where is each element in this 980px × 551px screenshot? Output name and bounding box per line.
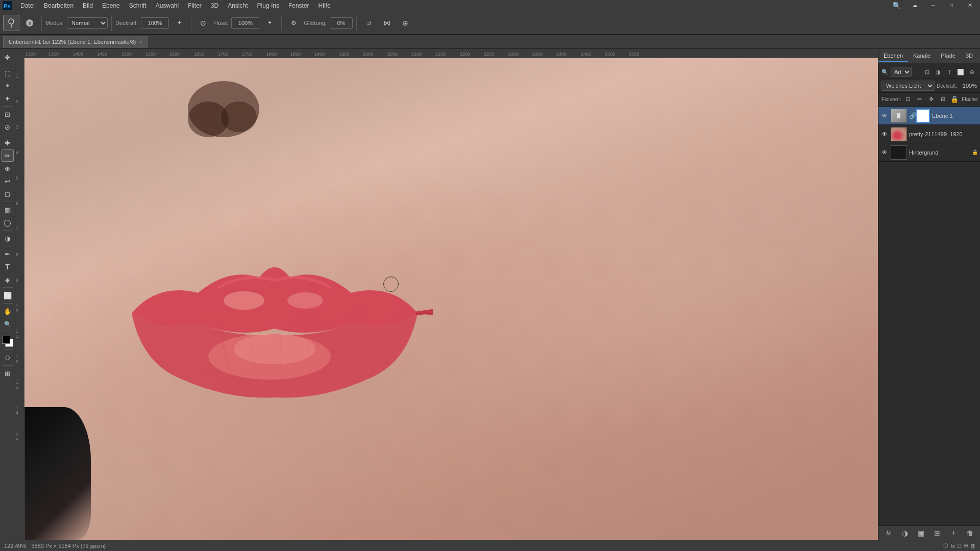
lock-artboard-btn[interactable]: ⊞ [938,94,948,104]
shape-tool[interactable]: ⬜ [2,289,14,302]
layer-adjustment-btn[interactable]: ▣ [916,528,927,539]
brush-tool[interactable]: ✏ [2,149,14,162]
tab-kanaele[interactable]: Kanäle [908,51,936,62]
selection-tool[interactable]: ⬚ [2,67,14,79]
menu-auswahl[interactable]: Auswahl [152,1,183,10]
layer-visibility-photo[interactable]: 👁 [880,130,889,138]
crop-tool[interactable]: ⊡ [2,108,14,120]
tab-pfade[interactable]: Pfade [936,51,961,62]
ruler-mark-1900: 1900 [314,52,325,57]
opacity-value[interactable]: 100% [959,83,977,89]
layer-mask-btn[interactable]: ◑ [899,528,911,539]
ruler-v-8: 8 [16,252,18,257]
path-select-tool[interactable]: ◈ [2,273,14,286]
fill-row: Fixieren: ⊡ ✏ ✥ ⊞ 🔒 Fläche: 100% [878,93,980,107]
magic-wand-tool[interactable]: ✦ [2,92,14,105]
filter-adjust-btn[interactable]: ◑ [933,67,943,77]
menu-fenster[interactable]: Fenster [284,1,313,10]
screen-mode-btn[interactable]: ⊞ [2,367,14,380]
maximize-btn[interactable]: □ [943,0,960,14]
menu-ebene[interactable]: Ebene [98,1,124,10]
glattung-label: Glättung: [304,20,327,26]
filter-shape-btn[interactable]: ⬜ [955,67,966,77]
history-brush-tool[interactable]: ↩ [2,175,14,187]
tab-3d[interactable]: 3D [961,51,978,62]
deckraft-pressure-btn[interactable]: ✦ [171,15,187,31]
cloud-btn[interactable]: ☁ [906,0,923,14]
hand-tool[interactable]: ✋ [2,305,14,317]
modus-dropdown[interactable]: Normal [67,17,108,29]
lock-position-btn[interactable]: ✥ [926,94,936,104]
minimize-btn[interactable]: ─ [925,0,941,14]
eyedropper-tool[interactable]: ⊘ [2,121,14,133]
clone-stamp-tool[interactable]: ⊕ [2,162,14,174]
fluss-input[interactable] [231,17,259,29]
blur-tool[interactable]: ◯ [2,216,14,229]
tab-ebenen[interactable]: Ebenen [878,51,908,62]
layer-row-hintergrund[interactable]: 👁 Hintergrund 🔒 [878,143,980,162]
filter-smart-btn[interactable]: ⊕ [967,67,977,77]
menu-filter[interactable]: Filter [184,1,206,10]
modus-label: Modus: [45,20,64,26]
type-tool[interactable]: T [2,261,14,273]
menu-bearbeiten[interactable]: Bearbeiten [40,1,78,10]
svg-point-8 [221,102,257,132]
layer-new-btn[interactable]: + [948,528,959,539]
ruler-v-15: 15 [16,431,18,441]
extra-btn[interactable]: ⊕ [397,15,413,31]
ruler-mark-1600: 1600 [169,52,180,57]
ruler-v-11: 11 [16,329,18,339]
glattung-input[interactable] [330,17,353,29]
menu-schrift[interactable]: Schrift [125,1,151,10]
tab-close-btn[interactable]: × [139,39,142,45]
airbrush-btn[interactable]: ⊙ [195,15,211,31]
brush-hardness-tool[interactable]: B [21,15,38,31]
layer-fx-btn[interactable]: fx [883,528,894,539]
lasso-tool[interactable]: ⌖ [2,80,14,92]
layer-row-ebene1[interactable]: 👁 ▓ 🔗 Ebene 1 [878,107,980,125]
layer-row-photo[interactable]: 👁 pretty-2111499_1920 [878,125,980,143]
menu-ansicht[interactable]: Ansicht [224,1,252,10]
angle-btn[interactable]: ⊿ [360,15,377,31]
symmetry-btn[interactable]: ⋈ [379,15,395,31]
fluss-pressure-btn[interactable]: ✦ [261,15,278,31]
separator-1 [41,15,42,31]
document-tabbar: Unbenannt-1 bei 122% (Ebene 1, Ebenenmas… [0,35,980,49]
eraser-tool[interactable]: ◻ [2,188,14,200]
dodge-tool[interactable]: ◑ [2,232,14,244]
layer-delete-btn[interactable]: 🗑 [964,528,975,539]
tool-toggle-brush[interactable] [3,15,19,31]
gradient-tool[interactable]: ▦ [2,204,14,216]
tool-separator-11 [3,365,13,366]
layer-filter-type-dropdown[interactable]: Art [891,67,912,77]
layer-group-btn[interactable]: ⊞ [932,528,943,539]
menu-3d[interactable]: 3D [207,1,223,10]
move-tool[interactable]: ✥ [2,51,14,63]
close-btn[interactable]: ✕ [962,0,978,14]
nose-area [167,73,280,155]
search-btn[interactable]: 🔍 [888,0,904,14]
canvas-wrapper[interactable]: 1 2 3 4 5 6 7 8 9 10 11 12 13 14 15 [15,58,878,540]
layer-visibility-ebene1[interactable]: 👁 [880,112,889,120]
smoothing-settings-btn[interactable]: ⚙ [285,15,302,31]
filter-type-btn[interactable]: T [944,67,954,77]
menu-hilfe[interactable]: Hilfe [314,1,335,10]
pen-tool[interactable]: ✒ [2,248,14,260]
layer-visibility-hintergrund[interactable]: 👁 [880,148,889,157]
blend-mode-dropdown[interactable]: Weiches Licht [881,81,935,91]
lock-image-btn[interactable]: ✏ [914,94,924,104]
ruler-mark-2200: 2200 [460,52,470,57]
zoom-tool[interactable]: 🔍 [2,318,14,330]
tool-separator-7 [3,287,13,288]
healing-tool[interactable]: ✚ [2,137,14,149]
menu-datei[interactable]: Datei [16,1,39,10]
deckraft-input[interactable] [141,17,169,29]
lock-transparent-btn[interactable]: ⊡ [902,94,913,104]
color-swatches[interactable] [1,335,14,348]
menu-bild[interactable]: Bild [79,1,97,10]
filter-pixel-btn[interactable]: ⊡ [922,67,932,77]
quick-mask-btn[interactable]: ⬡ [2,352,14,364]
document-tab[interactable]: Unbenannt-1 bei 122% (Ebene 1, Ebenenmas… [3,36,148,48]
menu-plugins[interactable]: Plug-ins [253,1,283,10]
lock-all-btn[interactable]: 🔒 [949,94,960,104]
